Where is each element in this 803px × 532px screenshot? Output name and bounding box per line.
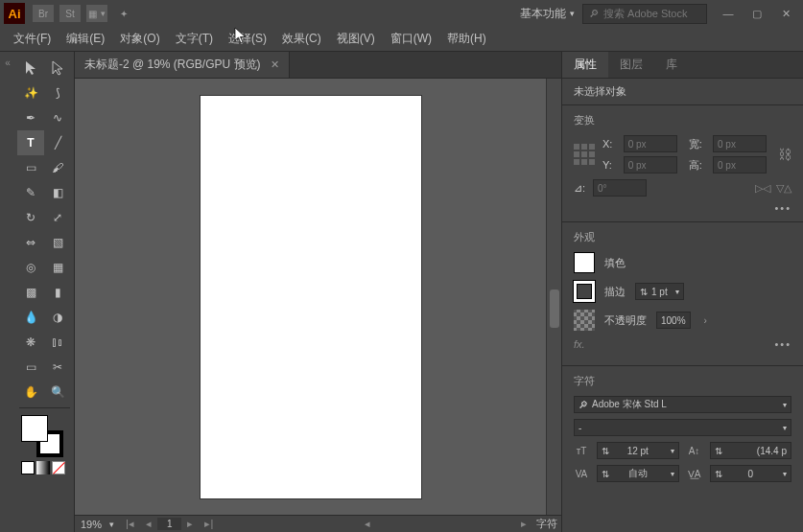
type-tool[interactable]: T xyxy=(17,130,44,155)
font-family-select[interactable]: 🔎︎Adobe 宋体 Std L ▾ xyxy=(574,396,791,413)
document-area: 未标题-2 @ 19% (RGB/GPU 预览) ✕ 19% ▾ |◂ ◂ 1 … xyxy=(75,52,561,532)
rectangle-tool[interactable]: ▭ xyxy=(17,155,44,180)
footer-tray-label[interactable]: 字符 xyxy=(532,517,561,531)
hand-tool[interactable]: ✋ xyxy=(17,380,44,405)
leading-input[interactable]: ⇅ (14.4 p xyxy=(710,442,792,459)
hscroll-right[interactable]: ▸ xyxy=(515,518,532,530)
shape-builder-tool[interactable]: ◎ xyxy=(17,255,44,280)
width-input[interactable] xyxy=(713,135,767,152)
next-artboard-button[interactable]: ▸ xyxy=(181,518,199,530)
magic-wand-tool[interactable]: ✨ xyxy=(17,81,44,105)
tracking-input[interactable]: ⇅ 0 ▾ xyxy=(710,465,792,482)
menu-help[interactable]: 帮助(H) xyxy=(441,28,492,50)
workspace-switcher[interactable]: 基本功能 ▾ xyxy=(520,6,575,22)
menu-effect[interactable]: 效果(C) xyxy=(276,28,327,50)
zoom-select[interactable]: 19% ▾ xyxy=(75,519,120,530)
y-input[interactable] xyxy=(624,156,677,173)
angle-input[interactable] xyxy=(593,179,647,197)
last-artboard-button[interactable]: ▸| xyxy=(199,518,219,530)
paintbrush-tool[interactable]: 🖌 xyxy=(44,155,71,180)
artboard[interactable] xyxy=(201,96,421,498)
blend-tool[interactable]: ◑ xyxy=(44,305,71,330)
stroke-weight-input[interactable]: ⇅ 1 pt ▾ xyxy=(635,283,684,300)
graph-tool[interactable]: ⫿⫾ xyxy=(44,330,71,355)
opacity-popover-icon[interactable]: › xyxy=(704,315,707,326)
fx-label[interactable]: fx. xyxy=(574,338,585,350)
curvature-tool[interactable]: ∿ xyxy=(44,105,71,130)
color-mode-icon[interactable] xyxy=(21,461,35,474)
color-swatches[interactable] xyxy=(17,411,72,478)
fill-swatch[interactable] xyxy=(21,415,48,442)
artboard-tool[interactable]: ▭ xyxy=(17,355,44,380)
rotate-tool[interactable]: ↻ xyxy=(17,205,44,230)
first-artboard-button[interactable]: |◂ xyxy=(120,518,140,530)
search-input[interactable]: 🔎︎ 搜索 Adobe Stock xyxy=(582,4,707,24)
leading-value: (14.4 p xyxy=(757,446,787,456)
tab-properties[interactable]: 属性 xyxy=(562,52,608,78)
chevron-down-icon: ▾ xyxy=(671,447,674,455)
close-tab-icon[interactable]: ✕ xyxy=(271,58,279,71)
document-tab-title: 未标题-2 @ 19% (RGB/GPU 预览) xyxy=(84,57,261,73)
minimize-button[interactable]: — xyxy=(720,7,736,20)
free-transform-tool[interactable]: ▧ xyxy=(44,230,71,255)
close-button[interactable]: ✕ xyxy=(778,7,793,20)
scale-tool[interactable]: ⤢ xyxy=(44,205,71,230)
shaper-tool[interactable]: ✎ xyxy=(17,180,44,205)
vertical-scrollbar[interactable] xyxy=(546,79,561,515)
gradient-mode-icon[interactable] xyxy=(36,461,50,474)
fill-color-swatch[interactable] xyxy=(574,252,595,273)
font-style-select[interactable]: - ▾ xyxy=(574,419,791,436)
opacity-input[interactable]: 100% xyxy=(656,312,691,329)
slice-tool[interactable]: ✂ xyxy=(44,355,71,380)
transform-more-button[interactable]: ••• xyxy=(774,202,791,214)
flip-vertical-icon[interactable]: ▽△ xyxy=(776,182,791,195)
menu-edit[interactable]: 编辑(E) xyxy=(60,28,110,50)
menu-view[interactable]: 视图(V) xyxy=(331,28,381,50)
arrange-docs-icon[interactable]: ▦▾ xyxy=(86,5,107,22)
gradient-tool[interactable]: ▮ xyxy=(44,280,71,305)
stock-icon[interactable]: St xyxy=(59,5,81,22)
kerning-input[interactable]: ⇅ 自动 ▾ xyxy=(597,465,679,482)
hscroll-left[interactable]: ◂ xyxy=(359,518,376,530)
menu-object[interactable]: 对象(O) xyxy=(114,28,165,50)
height-input[interactable] xyxy=(713,156,767,173)
menu-window[interactable]: 窗口(W) xyxy=(385,28,437,50)
canvas[interactable] xyxy=(75,79,546,515)
x-label: X: xyxy=(602,138,616,150)
stroke-color-swatch[interactable] xyxy=(574,281,595,302)
pen-tool[interactable]: ✒ xyxy=(17,105,44,130)
zoom-tool[interactable]: 🔍 xyxy=(44,380,71,405)
direct-selection-tool[interactable] xyxy=(44,56,71,81)
stepper-icon: ⇅ xyxy=(715,469,722,479)
scrollbar-thumb[interactable] xyxy=(550,289,559,328)
none-mode-icon[interactable] xyxy=(52,461,65,474)
line-tool[interactable]: ╱ xyxy=(44,130,71,155)
menu-file[interactable]: 文件(F) xyxy=(8,28,57,50)
reference-point-picker[interactable] xyxy=(574,144,595,165)
eyedropper-tool[interactable]: 💧 xyxy=(17,305,44,330)
appearance-more-button[interactable]: ••• xyxy=(774,338,791,350)
opacity-label: 不透明度 xyxy=(604,313,647,328)
lasso-tool[interactable]: ⟆ xyxy=(44,81,71,105)
eraser-tool[interactable]: ◧ xyxy=(44,180,71,205)
flip-horizontal-icon[interactable]: ▷◁ xyxy=(755,182,770,195)
x-input[interactable] xyxy=(624,135,677,152)
artboard-number[interactable]: 1 xyxy=(157,518,182,530)
panel-collapse-strip[interactable]: « xyxy=(0,52,15,532)
document-tab[interactable]: 未标题-2 @ 19% (RGB/GPU 预览) ✕ xyxy=(75,52,290,78)
tab-layers[interactable]: 图层 xyxy=(608,52,654,78)
prev-artboard-button[interactable]: ◂ xyxy=(140,518,157,530)
perspective-tool[interactable]: ▦ xyxy=(44,255,71,280)
chevron-down-icon: ▾ xyxy=(675,288,679,296)
menu-type[interactable]: 文字(T) xyxy=(170,28,219,50)
selection-tool[interactable] xyxy=(17,56,44,81)
tab-libraries[interactable]: 库 xyxy=(654,52,689,78)
link-wh-icon[interactable]: ⛓ xyxy=(778,147,791,162)
symbol-sprayer-tool[interactable]: ❋ xyxy=(17,330,44,355)
font-size-input[interactable]: ⇅ 12 pt ▾ xyxy=(597,442,679,459)
bridge-icon[interactable]: Br xyxy=(33,5,54,22)
maximize-button[interactable]: ▢ xyxy=(749,7,765,20)
mesh-tool[interactable]: ▩ xyxy=(17,280,44,305)
width-tool[interactable]: ⇔ xyxy=(17,230,44,255)
gpu-icon[interactable]: ✦ xyxy=(113,5,134,22)
